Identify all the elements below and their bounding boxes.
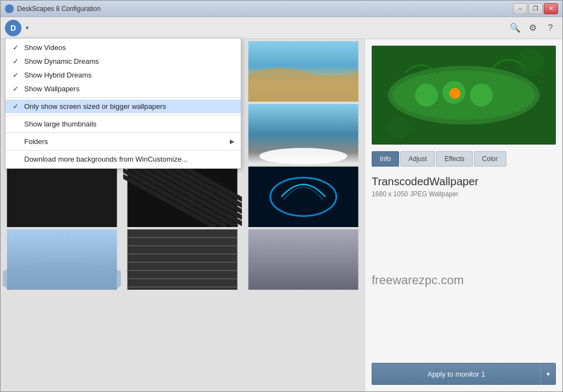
wallpaper-preview xyxy=(372,46,556,145)
svg-rect-45 xyxy=(248,229,358,290)
svg-point-54 xyxy=(388,117,410,139)
gallery-item[interactable] xyxy=(123,229,241,290)
svg-point-35 xyxy=(3,262,121,290)
gallery-item[interactable] xyxy=(3,167,121,227)
gallery-item[interactable] xyxy=(123,167,241,227)
menu-label-show-hybrid: Show Hybrid Dreams xyxy=(24,71,234,79)
svg-point-53 xyxy=(517,48,544,76)
gallery-item[interactable] xyxy=(244,229,362,290)
apply-dropdown-arrow-icon: ▼ xyxy=(545,371,551,377)
settings-button[interactable]: ⚙ xyxy=(525,20,540,36)
app-icon xyxy=(5,4,14,13)
gallery-item[interactable] xyxy=(244,104,362,164)
tab-adjust[interactable]: Adjust xyxy=(400,151,435,167)
gallery-item[interactable] xyxy=(244,167,362,227)
check-show-videos: ✓ xyxy=(11,43,20,52)
apply-section: Apply to monitor 1 ▼ xyxy=(372,363,556,385)
dropdown-menu: ✓ Show Videos ✓ Show Dynamic Dreams ✓ Sh… xyxy=(5,38,241,169)
window-controls: − ❐ ✕ xyxy=(513,3,558,14)
menu-item-only-screen-sized[interactable]: ✓ Only show screen sized or bigger wallp… xyxy=(5,100,241,113)
check-show-dynamic: ✓ xyxy=(11,57,20,65)
gallery-item[interactable] xyxy=(3,229,121,290)
menu-label-show-wallpapers: Show Wallpapers xyxy=(24,85,234,93)
logo-dropdown-arrow[interactable]: ▼ xyxy=(25,25,30,31)
svg-point-51 xyxy=(469,83,493,107)
svg-point-15 xyxy=(259,148,347,164)
main-window: DeskScapes 8 Configuration − ❐ ✕ D ▼ 🔍 ⚙… xyxy=(0,0,563,392)
title-bar: DeskScapes 8 Configuration − ❐ ✕ xyxy=(1,1,562,17)
menu-separator-3 xyxy=(5,132,241,133)
close-button[interactable]: ✕ xyxy=(544,3,558,14)
apply-to-monitor-button[interactable]: Apply to monitor 1 xyxy=(372,363,540,385)
watermark-text: freewarezpc.com xyxy=(372,273,556,288)
menu-separator-1 xyxy=(5,97,241,98)
tab-color[interactable]: Color xyxy=(474,151,506,167)
menu-item-show-videos[interactable]: ✓ Show Videos xyxy=(5,41,241,54)
menu-separator-4 xyxy=(5,150,241,151)
svg-point-52 xyxy=(450,88,461,99)
tab-effects[interactable]: Effects xyxy=(436,151,472,167)
menu-label-only-screen-sized: Only show screen sized or bigger wallpap… xyxy=(24,102,234,111)
menu-separator-2 xyxy=(5,115,241,115)
check-only-screen-sized: ✓ xyxy=(11,102,20,111)
menu-item-folders[interactable]: Folders ▶ xyxy=(5,135,241,148)
tab-bar: Info Adjust Effects Color xyxy=(372,151,556,167)
help-button[interactable]: ? xyxy=(543,20,558,36)
menu-label-show-dynamic: Show Dynamic Dreams xyxy=(24,57,234,65)
menu-label-show-large-thumbs: Show large thumbnails xyxy=(24,120,234,128)
minimize-button[interactable]: − xyxy=(513,3,527,14)
svg-rect-32 xyxy=(248,167,358,227)
svg-rect-20 xyxy=(7,167,117,227)
window-title: DeskScapes 8 Configuration xyxy=(17,5,513,13)
svg-rect-36 xyxy=(128,229,238,290)
menu-item-show-large-thumbs[interactable]: Show large thumbnails xyxy=(5,117,241,131)
app-logo-button[interactable]: D xyxy=(5,20,21,36)
menu-label-folders: Folders xyxy=(24,137,225,146)
menu-item-download[interactable]: Download more backgrounds from WinCustom… xyxy=(5,152,241,166)
check-show-hybrid: ✓ xyxy=(11,71,20,79)
toolbar: D ▼ 🔍 ⚙ ? ✓ Show Videos ✓ Show Dynamic D… xyxy=(1,17,562,39)
menu-label-download: Download more backgrounds from WinCustom… xyxy=(24,155,234,163)
search-button[interactable]: 🔍 xyxy=(507,20,523,36)
menu-item-show-wallpapers[interactable]: ✓ Show Wallpapers xyxy=(5,82,241,96)
menu-item-show-hybrid[interactable]: ✓ Show Hybrid Dreams xyxy=(5,68,241,82)
wallpaper-meta: 1680 x 1050 JPEG Wallpaper xyxy=(372,190,556,198)
menu-item-show-dynamic[interactable]: ✓ Show Dynamic Dreams xyxy=(5,54,241,68)
right-panel: Info Adjust Effects Color TranscodedWall… xyxy=(365,39,562,391)
logo-letter: D xyxy=(10,24,16,32)
restore-button[interactable]: ❐ xyxy=(528,3,543,14)
gallery-item[interactable] xyxy=(244,41,362,102)
wallpaper-name: TranscodedWallpaper xyxy=(372,175,556,188)
apply-dropdown-button[interactable]: ▼ xyxy=(540,363,556,385)
tab-info[interactable]: Info xyxy=(372,151,399,167)
menu-label-show-videos: Show Videos xyxy=(24,43,234,52)
check-show-wallpapers: ✓ xyxy=(11,85,20,93)
svg-point-49 xyxy=(415,83,439,107)
folders-arrow-icon: ▶ xyxy=(230,138,234,145)
